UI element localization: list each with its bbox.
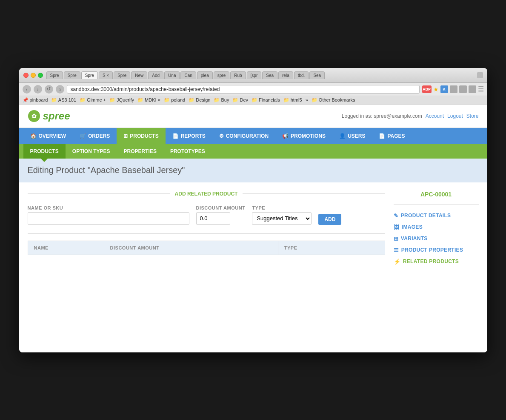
subnav-option-types[interactable]: OPTION TYPES: [66, 144, 117, 159]
tab-8[interactable]: Una: [164, 71, 180, 79]
header-user-info: Logged in as: spree@example.com Account …: [342, 113, 479, 119]
name-sku-input[interactable]: [28, 212, 189, 225]
abp-icon: ABP: [422, 85, 432, 93]
bookmarks-bar: 📌 pinboard 📁 AS3 101 📁 Gimme + 📁 JQuerif…: [19, 96, 487, 105]
bookmark-other[interactable]: 📁 Other Bookmarks: [312, 97, 355, 103]
col-type: TYPE: [278, 241, 350, 255]
tab-16[interactable]: tbd.: [294, 71, 309, 79]
discount-amount-input[interactable]: [196, 212, 230, 225]
bookmark-more[interactable]: »: [306, 97, 308, 102]
config-icon: ⚙: [219, 133, 224, 139]
address-bar[interactable]: [67, 85, 420, 94]
type-select[interactable]: Suggested Titles Cross Sells Up Sells Ac…: [252, 212, 312, 225]
tab-9[interactable]: Can: [180, 71, 196, 79]
bookmark-html5[interactable]: 📁 html5: [283, 97, 302, 103]
ext-icon-2[interactable]: [459, 85, 467, 93]
nav-products[interactable]: ⊞ PRODUCTS: [117, 128, 165, 144]
bookmark-poland[interactable]: 📁 poland: [164, 97, 185, 103]
subnav-prototypes[interactable]: PROTOTYPES: [163, 144, 212, 159]
site-header: ✿ spree Logged in as: spree@example.com …: [19, 105, 487, 128]
win-ctrl-1[interactable]: [477, 72, 483, 78]
sidebar-product-properties[interactable]: ☰ PRODUCT PROPERTIES: [394, 244, 479, 256]
account-link[interactable]: Account: [426, 113, 444, 119]
tab-4[interactable]: S ×: [99, 71, 113, 79]
discount-amount-label: DISCOUNT AMOUNT: [196, 205, 246, 210]
refresh-button[interactable]: ↺: [45, 85, 53, 94]
tab-11[interactable]: spre: [214, 71, 229, 79]
bookmark-as3[interactable]: 📁 AS3 101: [51, 97, 76, 103]
sidebar-images[interactable]: 🖼 IMAGES: [394, 221, 479, 233]
tab-15[interactable]: rela: [278, 71, 293, 79]
tab-5[interactable]: Spre: [114, 71, 130, 79]
nav-promotions[interactable]: 📢 PROMOTIONS: [275, 128, 332, 144]
page-content: ✿ spree Logged in as: spree@example.com …: [19, 105, 487, 352]
sidebar-bottom-divider: [394, 271, 479, 271]
nav-orders[interactable]: 🛒 ORDERS: [73, 128, 117, 144]
browser-tabs: Spre Spre Spre S × Spre New Add Una Can …: [46, 71, 472, 79]
tab-7[interactable]: Add: [148, 71, 163, 79]
page-header: Editing Product "Apache Baseball Jersey": [19, 159, 487, 182]
product-details-label: PRODUCT DETAILS: [401, 213, 451, 219]
tab-17[interactable]: Sea: [309, 71, 325, 79]
images-icon: 🖼: [394, 224, 399, 230]
ext-icon-3[interactable]: [469, 85, 476, 93]
tab-12[interactable]: Rub: [230, 71, 246, 79]
nav-pages[interactable]: 📄 PAGES: [372, 128, 412, 144]
bookmark-financials[interactable]: 📁 Financials: [252, 97, 280, 103]
related-icon: ⚡: [394, 258, 400, 265]
minimize-button[interactable]: [31, 73, 36, 78]
bookmark-design[interactable]: 📁 Design: [189, 97, 210, 103]
nav-overview[interactable]: 🏠 OVERVIEW: [23, 128, 73, 144]
back-button[interactable]: ‹: [23, 85, 31, 94]
divider-right: [243, 193, 385, 194]
menu-icon[interactable]: ☰: [478, 85, 484, 93]
nav-reports[interactable]: 📄 REPORTS: [166, 128, 212, 144]
add-button[interactable]: ADD: [318, 214, 341, 225]
bookmark-gimme[interactable]: 📁 Gimme +: [80, 97, 106, 103]
sidebar-related-products[interactable]: ⚡ RELATED PRODUCTS: [394, 256, 479, 267]
store-link[interactable]: Store: [466, 113, 479, 119]
content-area: ADD RELATED PRODUCT NAME OR SKU DISCOUNT…: [19, 182, 487, 352]
col-name: NAME: [28, 241, 104, 255]
nav-users[interactable]: 👤 USERS: [332, 128, 372, 144]
home-icon: 🏠: [30, 133, 37, 139]
tab-3-active[interactable]: Spre: [81, 71, 98, 79]
tab-2[interactable]: Spre: [64, 71, 80, 79]
tab-6[interactable]: New: [131, 71, 147, 79]
tab-14[interactable]: Sea: [262, 71, 277, 79]
star-icon[interactable]: ★: [433, 86, 439, 93]
tab-13[interactable]: [spr: [247, 71, 262, 79]
home-button[interactable]: ⌂: [56, 85, 64, 94]
divider-left: [28, 193, 170, 194]
bookmark-dev[interactable]: 📁 Dev: [232, 97, 248, 103]
related-products-table: NAME DISCOUNT AMOUNT TYPE: [28, 241, 385, 255]
add-related-section-header: ADD RELATED PRODUCT: [28, 191, 385, 197]
forward-button[interactable]: ›: [34, 85, 42, 94]
subnav-products[interactable]: PRODUCTS: [23, 144, 66, 159]
bookmark-buy[interactable]: 📁 Buy: [214, 97, 229, 103]
sidebar-product-details[interactable]: ✎ PRODUCT DETAILS: [394, 210, 479, 221]
close-button[interactable]: [23, 73, 29, 78]
maximize-button[interactable]: [38, 73, 43, 78]
logo: ✿ spree: [28, 110, 70, 122]
nav-configuration[interactable]: ⚙ CONFIGURATION: [212, 128, 275, 144]
variants-label: VARIANTS: [401, 236, 428, 241]
col-discount: DISCOUNT AMOUNT: [104, 241, 278, 255]
main-nav: 🏠 OVERVIEW 🛒 ORDERS ⊞ PRODUCTS 📄 REPORTS…: [19, 128, 487, 144]
bookmark-jquerify[interactable]: 📁 JQuerify: [109, 97, 134, 103]
product-details-icon: ✎: [394, 213, 398, 219]
bookmark-pinboard[interactable]: 📌 pinboard: [23, 97, 48, 103]
ext-icon-1[interactable]: [450, 85, 457, 93]
k-icon[interactable]: K: [440, 85, 448, 93]
users-icon: 👤: [339, 133, 346, 139]
window-controls: [477, 72, 483, 78]
sidebar-variants[interactable]: ⊞ VARIANTS: [394, 233, 479, 244]
logout-link[interactable]: Logout: [447, 113, 463, 119]
subnav-properties[interactable]: PROPERTIES: [117, 144, 163, 159]
pages-icon: 📄: [379, 133, 385, 139]
bookmark-mdki[interactable]: 📁 MDKI ×: [137, 97, 160, 103]
report-icon: 📄: [172, 133, 179, 139]
sidebar: APC-00001 ✎ PRODUCT DETAILS 🖼 IMAGES ⊞ V…: [394, 191, 479, 344]
tab-1[interactable]: Spre: [46, 71, 63, 79]
tab-10[interactable]: plea: [197, 71, 213, 79]
